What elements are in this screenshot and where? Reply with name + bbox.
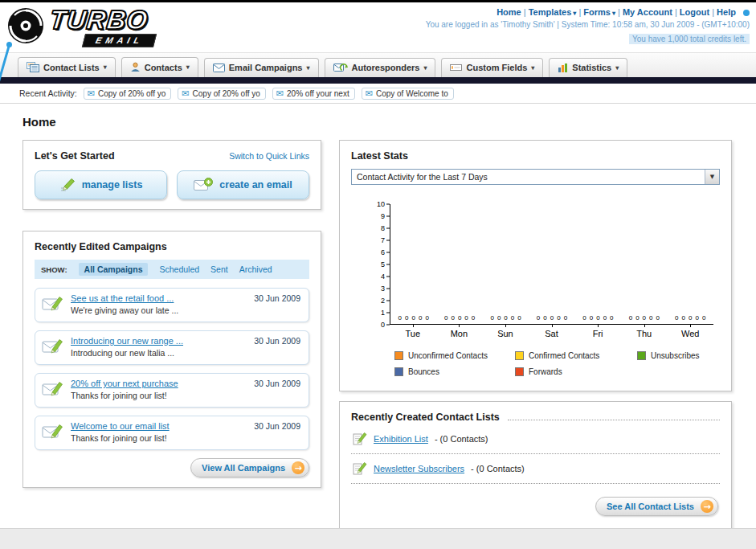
contacts-icon (130, 62, 141, 72)
bar-value-label: 0 (411, 315, 415, 322)
contact-list-item[interactable]: Exhibition List - (0 Contacts) (351, 424, 720, 454)
nav-tab-statistics[interactable]: Statistics ▾ (549, 58, 627, 77)
campaign-item[interactable]: Introducing our new range ... Introducin… (35, 330, 309, 365)
contact-list-count: - (0 Contacts) (471, 464, 525, 473)
bar-value-label: 0 (425, 315, 428, 322)
legend-swatch (637, 351, 646, 360)
bar-value-label: 0 (564, 315, 567, 322)
status-line: You are logged in as 'Timothy Smith' | S… (426, 20, 750, 29)
recent-activity-item[interactable]: ✉ 20% off your next (272, 88, 355, 100)
campaign-item[interactable]: 20% off your next purchase Thanks for jo… (35, 373, 309, 408)
create-email-button[interactable]: create an email (177, 170, 309, 199)
right-column: Latest Stats Contact Activity for the La… (339, 140, 732, 530)
header-link-my-account[interactable]: My Account (618, 7, 672, 17)
legend-item-confirmed: Confirmed Contacts (515, 351, 637, 360)
bar-value-label: 0 (590, 315, 593, 322)
header-link-templates[interactable]: Templates▾ (524, 7, 577, 17)
activity-item-label: Copy of 20% off yo (193, 89, 260, 98)
contact-list-link[interactable]: Newsletter Subscribers (374, 464, 464, 473)
chevron-down-icon: ▾ (615, 64, 619, 72)
campaign-title-link[interactable]: 20% off your next purchase (71, 379, 247, 388)
recent-activity-item[interactable]: ✉ Copy of 20% off yo (84, 88, 172, 100)
link-label: My Account (623, 7, 672, 17)
header-link-logout[interactable]: Logout (675, 7, 709, 17)
envelope-icon: ✉ (88, 89, 95, 98)
bar-value-label: 0 (398, 315, 402, 322)
button-label: manage lists (82, 179, 143, 191)
bar-value-label: 0 (635, 315, 639, 322)
chart-category-group: 00000 (483, 315, 529, 324)
nav-tab-custom-fields[interactable]: Custom Fields ▾ (441, 58, 543, 77)
campaign-subtitle: Thanks for joining our list! (71, 433, 247, 443)
bar-value-label: 0 (557, 315, 560, 322)
campaign-title-link[interactable]: Introducing our new range ... (71, 336, 247, 346)
campaign-title-link[interactable]: Welcome to our email list (71, 421, 247, 431)
x-axis-label: Sat (529, 325, 575, 338)
activity-item-label: 20% off your next (287, 89, 349, 98)
bar-value-label: 0 (550, 315, 554, 322)
y-axis-tick: 4 (381, 273, 390, 281)
nav-tab-label: Statistics (572, 63, 611, 72)
y-axis-tick: 6 (381, 249, 390, 256)
recently-edited-campaigns-panel: Recently Edited Campaigns SHOW: All Camp… (22, 231, 321, 488)
turbo-email-logo[interactable]: TURBO EMAIL (6, 3, 215, 50)
select-dropdown-arrow[interactable]: ▼ (705, 170, 719, 184)
tab-sent[interactable]: Sent (210, 264, 228, 274)
contact-list-link[interactable]: Exhibition List (374, 434, 428, 444)
view-all-campaigns-button[interactable]: View All Campaigns → (190, 458, 309, 477)
campaign-subtitle: Introducing our new Italia ... (71, 348, 247, 358)
campaign-subtitle: We're giving away our late ... (71, 305, 247, 315)
header: TURBO EMAIL Home Templates▾ Forms▾ My Ac… (0, 2, 756, 52)
bar-value-label: 0 (649, 315, 652, 322)
legend-item-unconfirmed: Unconfirmed Contacts (394, 351, 515, 360)
chart-x-labels: TueMonSunSatFriThuWed (390, 325, 713, 338)
autoresponders-icon (333, 63, 348, 72)
see-all-contact-lists-button[interactable]: See All Contact Lists → (595, 497, 718, 516)
chart-category-group: 00000 (390, 315, 436, 324)
campaign-date: 30 Jun 2009 (254, 293, 300, 315)
x-axis-label: Mon (436, 325, 483, 338)
campaign-item[interactable]: Welcome to our email list Thanks for joi… (35, 416, 309, 450)
campaign-title-link[interactable]: See us at the retail food ... (71, 293, 247, 303)
select-value: Contact Activity for the Last 7 Days (352, 172, 705, 182)
contact-list-item[interactable]: Newsletter Subscribers - (0 Contacts) (351, 454, 720, 484)
nav-tab-autoresponders[interactable]: Autoresponders ▾ (325, 58, 436, 77)
nav-tab-label: Contacts (145, 63, 182, 72)
manage-lists-button[interactable]: manage lists (35, 170, 167, 199)
credits-line: You have 1,000 total credits left. (629, 34, 750, 44)
tab-all-campaigns[interactable]: All Campaigns (79, 263, 149, 276)
footer-strip (0, 528, 756, 549)
header-links: Home Templates▾ Forms▾ My Account Logout… (426, 7, 750, 17)
envelope-pencil-icon (42, 338, 64, 355)
header-link-forms[interactable]: Forms▾ (578, 7, 615, 17)
bar-value-label: 0 (451, 315, 454, 322)
switch-to-quick-links[interactable]: Switch to Quick Links (229, 151, 309, 161)
bar-value-label: 0 (537, 315, 540, 322)
recent-activity-item[interactable]: ✉ Copy of 20% off yo (178, 88, 266, 100)
bar-value-label: 0 (702, 315, 705, 322)
bar-value-label: 0 (511, 315, 514, 322)
bar-value-label: 0 (472, 315, 475, 322)
stats-period-select[interactable]: Contact Activity for the Last 7 Days ▼ (351, 169, 720, 185)
nav-tab-label: Contact Lists (43, 63, 100, 72)
bar-value-label: 0 (458, 315, 461, 322)
button-label: View All Campaigns (202, 463, 285, 473)
recent-activity-item[interactable]: ✉ Copy of Welcome to (362, 88, 454, 100)
campaign-item[interactable]: See us at the retail food ... We're givi… (35, 288, 309, 322)
header-link-home[interactable]: Home (497, 7, 521, 17)
nav-tab-contacts[interactable]: Contacts ▾ (121, 57, 198, 77)
tab-archived[interactable]: Archived (239, 264, 272, 274)
dotted-divider (508, 413, 720, 420)
recently-created-contact-lists-panel: Recently Created Contact Lists Exhibitio… (339, 401, 732, 530)
nav-tab-contact-lists[interactable]: Contact Lists ▾ (18, 57, 116, 77)
header-link-help[interactable]: Help (712, 7, 736, 17)
arrow-right-icon: → (701, 500, 713, 513)
custom-fields-icon (450, 63, 462, 72)
tab-scheduled[interactable]: Scheduled (159, 264, 199, 274)
nav-tab-email-campaigns[interactable]: Email Campaigns ▾ (204, 58, 319, 77)
y-axis-tick: 7 (381, 237, 390, 244)
button-label: create an email (219, 179, 292, 191)
contact-list-count: - (0 Contacts) (435, 434, 488, 444)
y-axis-tick: 1 (381, 309, 390, 317)
chevron-down-icon: ▾ (104, 64, 107, 71)
